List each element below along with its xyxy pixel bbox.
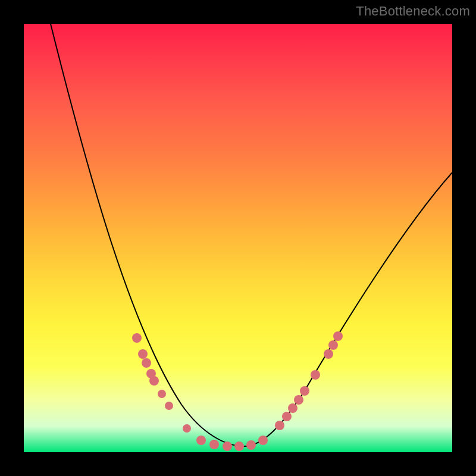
- data-point: [234, 441, 244, 451]
- data-point: [258, 436, 268, 445]
- points-group: [132, 331, 343, 451]
- data-point: [149, 376, 159, 386]
- data-point: [311, 370, 320, 380]
- data-point: [294, 395, 303, 405]
- watermark-text: TheBottleneck.com: [356, 4, 470, 19]
- data-point: [138, 349, 148, 359]
- curve-path: [51, 24, 452, 446]
- data-point: [165, 402, 173, 410]
- data-point: [275, 421, 284, 430]
- data-point: [196, 436, 206, 445]
- chart-frame: TheBottleneck.com: [0, 0, 476, 476]
- data-point: [333, 331, 343, 341]
- data-point: [328, 340, 338, 350]
- data-point: [324, 349, 333, 359]
- series-group: [51, 24, 452, 446]
- data-point: [282, 412, 292, 421]
- data-point: [246, 440, 256, 450]
- data-point: [223, 441, 232, 451]
- data-point: [183, 424, 191, 433]
- data-point: [288, 403, 298, 413]
- plot-area: [24, 24, 452, 452]
- data-point: [300, 386, 309, 396]
- data-point: [209, 440, 219, 449]
- data-point: [142, 358, 151, 368]
- data-point: [132, 333, 142, 343]
- data-point: [158, 390, 166, 398]
- curve-svg: [24, 24, 452, 452]
